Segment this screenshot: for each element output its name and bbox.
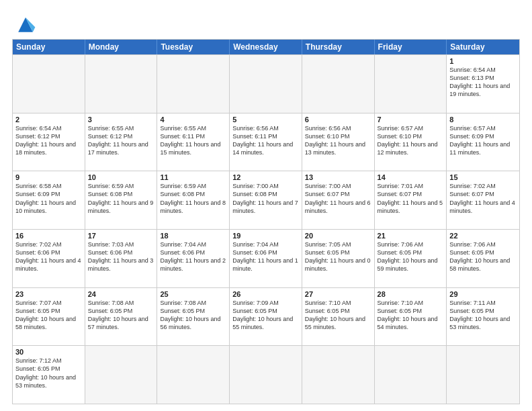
logo bbox=[12, 15, 38, 34]
day-number: 20 bbox=[305, 232, 371, 240]
day-number: 14 bbox=[378, 173, 444, 181]
day-info: Sunrise: 6:56 AM Sunset: 6:11 PM Dayligh… bbox=[232, 124, 299, 157]
day-info: Sunrise: 6:57 AM Sunset: 6:09 PM Dayligh… bbox=[449, 124, 517, 157]
calendar-cell: 24Sunrise: 7:08 AM Sunset: 6:05 PM Dayli… bbox=[85, 288, 158, 346]
day-number: 21 bbox=[378, 232, 444, 240]
day-info: Sunrise: 6:56 AM Sunset: 6:10 PM Dayligh… bbox=[305, 124, 371, 157]
day-number: 15 bbox=[449, 173, 517, 181]
day-number: 29 bbox=[449, 290, 517, 298]
day-info: Sunrise: 7:08 AM Sunset: 6:05 PM Dayligh… bbox=[88, 299, 154, 332]
calendar-header: SundayMondayTuesdayWednesdayThursdayFrid… bbox=[13, 40, 519, 54]
weekday-header-tuesday: Tuesday bbox=[157, 40, 230, 54]
day-info: Sunrise: 7:04 AM Sunset: 6:06 PM Dayligh… bbox=[232, 240, 299, 273]
calendar-cell: 13Sunrise: 7:00 AM Sunset: 6:07 PM Dayli… bbox=[302, 171, 375, 229]
calendar-cell: 1Sunrise: 6:54 AM Sunset: 6:13 PM Daylig… bbox=[447, 55, 519, 113]
calendar-cell: 7Sunrise: 6:57 AM Sunset: 6:10 PM Daylig… bbox=[375, 113, 447, 171]
day-number: 6 bbox=[305, 116, 371, 124]
calendar-cell bbox=[302, 346, 375, 404]
calendar-cell: 15Sunrise: 7:02 AM Sunset: 6:07 PM Dayli… bbox=[447, 171, 519, 229]
day-info: Sunrise: 6:57 AM Sunset: 6:10 PM Dayligh… bbox=[378, 124, 444, 157]
day-info: Sunrise: 7:00 AM Sunset: 6:08 PM Dayligh… bbox=[232, 182, 299, 215]
day-info: Sunrise: 7:01 AM Sunset: 6:07 PM Dayligh… bbox=[378, 182, 444, 215]
day-number: 24 bbox=[88, 290, 154, 298]
day-info: Sunrise: 6:54 AM Sunset: 6:13 PM Dayligh… bbox=[449, 66, 517, 99]
day-number: 2 bbox=[15, 116, 82, 124]
day-info: Sunrise: 7:03 AM Sunset: 6:06 PM Dayligh… bbox=[88, 240, 154, 273]
calendar-cell bbox=[13, 55, 85, 113]
day-number: 30 bbox=[15, 348, 82, 356]
calendar-body: 1Sunrise: 6:54 AM Sunset: 6:13 PM Daylig… bbox=[13, 54, 519, 404]
day-number: 27 bbox=[305, 290, 371, 298]
calendar-cell: 12Sunrise: 7:00 AM Sunset: 6:08 PM Dayli… bbox=[230, 171, 302, 229]
header bbox=[12, 12, 520, 34]
day-info: Sunrise: 6:58 AM Sunset: 6:09 PM Dayligh… bbox=[15, 182, 82, 215]
calendar-cell: 25Sunrise: 7:08 AM Sunset: 6:05 PM Dayli… bbox=[157, 288, 230, 346]
calendar-cell: 27Sunrise: 7:10 AM Sunset: 6:05 PM Dayli… bbox=[302, 288, 375, 346]
weekday-header-saturday: Saturday bbox=[447, 40, 519, 54]
day-number: 5 bbox=[232, 116, 299, 124]
calendar-cell: 22Sunrise: 7:06 AM Sunset: 6:05 PM Dayli… bbox=[447, 230, 519, 287]
day-number: 3 bbox=[88, 116, 154, 124]
day-number: 12 bbox=[232, 173, 299, 181]
weekday-header-thursday: Thursday bbox=[302, 40, 375, 54]
day-info: Sunrise: 7:00 AM Sunset: 6:07 PM Dayligh… bbox=[305, 182, 371, 215]
day-info: Sunrise: 7:11 AM Sunset: 6:05 PM Dayligh… bbox=[449, 299, 517, 332]
calendar-row-5: 30Sunrise: 7:12 AM Sunset: 6:05 PM Dayli… bbox=[13, 345, 519, 404]
calendar-cell: 23Sunrise: 7:07 AM Sunset: 6:05 PM Dayli… bbox=[13, 288, 85, 346]
calendar-cell bbox=[85, 55, 158, 113]
day-number: 1 bbox=[449, 57, 517, 65]
calendar-cell: 2Sunrise: 6:54 AM Sunset: 6:12 PM Daylig… bbox=[13, 113, 85, 171]
day-number: 7 bbox=[378, 116, 444, 124]
calendar-cell bbox=[302, 55, 375, 113]
day-info: Sunrise: 7:02 AM Sunset: 6:07 PM Dayligh… bbox=[449, 182, 517, 215]
day-info: Sunrise: 7:07 AM Sunset: 6:05 PM Dayligh… bbox=[15, 299, 82, 332]
calendar-cell bbox=[375, 346, 447, 404]
day-number: 22 bbox=[449, 232, 517, 240]
day-number: 8 bbox=[449, 116, 517, 124]
calendar-cell: 3Sunrise: 6:55 AM Sunset: 6:12 PM Daylig… bbox=[85, 113, 158, 171]
weekday-header-wednesday: Wednesday bbox=[230, 40, 302, 54]
weekday-header-sunday: Sunday bbox=[13, 40, 85, 54]
day-number: 26 bbox=[232, 290, 299, 298]
calendar-cell: 5Sunrise: 6:56 AM Sunset: 6:11 PM Daylig… bbox=[230, 113, 302, 171]
calendar-cell bbox=[230, 346, 302, 404]
day-number: 25 bbox=[160, 290, 226, 298]
day-info: Sunrise: 7:06 AM Sunset: 6:05 PM Dayligh… bbox=[449, 240, 517, 273]
logo-icon bbox=[13, 15, 38, 34]
calendar-row-3: 16Sunrise: 7:02 AM Sunset: 6:06 PM Dayli… bbox=[13, 229, 519, 287]
day-info: Sunrise: 7:10 AM Sunset: 6:05 PM Dayligh… bbox=[305, 299, 371, 332]
calendar-cell: 19Sunrise: 7:04 AM Sunset: 6:06 PM Dayli… bbox=[230, 230, 302, 287]
day-number: 9 bbox=[15, 173, 82, 181]
day-number: 13 bbox=[305, 173, 371, 181]
day-info: Sunrise: 6:59 AM Sunset: 6:08 PM Dayligh… bbox=[88, 182, 154, 215]
weekday-header-monday: Monday bbox=[85, 40, 158, 54]
calendar-cell: 9Sunrise: 6:58 AM Sunset: 6:09 PM Daylig… bbox=[13, 171, 85, 229]
calendar-row-2: 9Sunrise: 6:58 AM Sunset: 6:09 PM Daylig… bbox=[13, 171, 519, 229]
calendar-cell: 16Sunrise: 7:02 AM Sunset: 6:06 PM Dayli… bbox=[13, 230, 85, 287]
day-number: 28 bbox=[378, 290, 444, 298]
day-info: Sunrise: 7:05 AM Sunset: 6:05 PM Dayligh… bbox=[305, 240, 371, 273]
calendar-cell: 29Sunrise: 7:11 AM Sunset: 6:05 PM Dayli… bbox=[447, 288, 519, 346]
calendar-row-4: 23Sunrise: 7:07 AM Sunset: 6:05 PM Dayli… bbox=[13, 287, 519, 346]
calendar-cell bbox=[157, 346, 230, 404]
day-info: Sunrise: 6:55 AM Sunset: 6:12 PM Dayligh… bbox=[88, 124, 154, 157]
day-number: 4 bbox=[160, 116, 226, 124]
day-info: Sunrise: 7:09 AM Sunset: 6:05 PM Dayligh… bbox=[232, 299, 299, 332]
calendar-cell: 4Sunrise: 6:55 AM Sunset: 6:11 PM Daylig… bbox=[157, 113, 230, 171]
calendar-cell: 28Sunrise: 7:10 AM Sunset: 6:05 PM Dayli… bbox=[375, 288, 447, 346]
calendar-cell bbox=[447, 346, 519, 404]
day-info: Sunrise: 6:54 AM Sunset: 6:12 PM Dayligh… bbox=[15, 124, 82, 157]
day-number: 19 bbox=[232, 232, 299, 240]
calendar-cell: 18Sunrise: 7:04 AM Sunset: 6:06 PM Dayli… bbox=[157, 230, 230, 287]
calendar-cell: 21Sunrise: 7:06 AM Sunset: 6:05 PM Dayli… bbox=[375, 230, 447, 287]
day-info: Sunrise: 7:06 AM Sunset: 6:05 PM Dayligh… bbox=[378, 240, 444, 273]
calendar-cell: 14Sunrise: 7:01 AM Sunset: 6:07 PM Dayli… bbox=[375, 171, 447, 229]
calendar: SundayMondayTuesdayWednesdayThursdayFrid… bbox=[12, 39, 520, 404]
calendar-cell bbox=[85, 346, 158, 404]
calendar-cell: 20Sunrise: 7:05 AM Sunset: 6:05 PM Dayli… bbox=[302, 230, 375, 287]
calendar-cell bbox=[157, 55, 230, 113]
day-info: Sunrise: 7:02 AM Sunset: 6:06 PM Dayligh… bbox=[15, 240, 82, 273]
weekday-header-friday: Friday bbox=[375, 40, 447, 54]
calendar-cell: 17Sunrise: 7:03 AM Sunset: 6:06 PM Dayli… bbox=[85, 230, 158, 287]
day-number: 18 bbox=[160, 232, 226, 240]
